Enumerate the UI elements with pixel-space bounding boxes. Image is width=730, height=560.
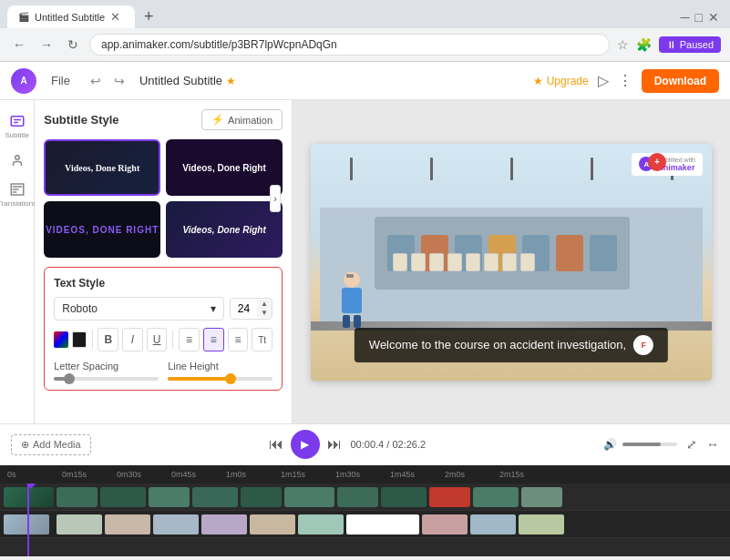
format-row: B I U ≡ ≡ ≡ Tt bbox=[54, 328, 272, 351]
file-menu[interactable]: File bbox=[46, 70, 76, 91]
clip-scene-3[interactable] bbox=[100, 487, 146, 507]
new-tab-button[interactable]: + bbox=[139, 7, 159, 26]
reload-button[interactable]: ↻ bbox=[64, 36, 82, 54]
timeline-playhead[interactable] bbox=[27, 484, 29, 556]
clip-scene-2[interactable] bbox=[57, 487, 98, 507]
line-height-track[interactable] bbox=[168, 377, 272, 381]
thumb-7[interactable] bbox=[298, 514, 344, 535]
animation-button[interactable]: ⚡ Animation bbox=[201, 109, 283, 130]
tab-close-button[interactable]: ✕ bbox=[110, 10, 120, 24]
main-content: Subtitle Translations Subtitle Style bbox=[0, 100, 730, 423]
letter-spacing-thumb[interactable] bbox=[64, 373, 75, 384]
letter-spacing-label: Letter Spacing bbox=[54, 361, 159, 372]
document-title: Untitled Subtitle ★ bbox=[139, 74, 236, 87]
thumb-6[interactable] bbox=[250, 514, 295, 535]
subtitle-clip[interactable] bbox=[346, 514, 419, 535]
browser-controls: ← → ↻ ☆ 🧩 ⏸ Paused bbox=[0, 28, 730, 61]
clip-scene-8[interactable] bbox=[337, 487, 378, 507]
subtitle-label: Subtitle bbox=[5, 131, 29, 139]
clip-scene-4[interactable] bbox=[149, 487, 190, 507]
panel-header: Subtitle Style ⚡ Animation bbox=[44, 109, 283, 130]
thumb-2[interactable] bbox=[57, 514, 102, 535]
more-styles-button[interactable]: › bbox=[270, 185, 281, 212]
thumb-4[interactable] bbox=[153, 514, 199, 535]
align-left-button[interactable]: ≡ bbox=[179, 328, 200, 351]
app-logo: A bbox=[11, 68, 36, 94]
line-height-thumb[interactable] bbox=[225, 373, 236, 384]
undo-button[interactable]: ↩ bbox=[85, 71, 107, 91]
redo-button[interactable]: ↪ bbox=[108, 71, 130, 91]
clip-scene-10[interactable] bbox=[429, 487, 470, 507]
upgrade-button[interactable]: ★ Upgrade bbox=[533, 75, 589, 87]
timeline[interactable]: 0s 0m15s 0m30s 0m45s 1m0s 1m15s 1m30s 1m… bbox=[0, 465, 730, 556]
close-window-button[interactable]: ✕ bbox=[708, 10, 719, 25]
restore-button[interactable]: □ bbox=[695, 10, 703, 25]
thumb-9[interactable] bbox=[470, 514, 516, 535]
line-height-label: Line Height bbox=[168, 361, 272, 372]
bookmark-button[interactable]: ☆ bbox=[617, 37, 629, 52]
thumb-10[interactable] bbox=[519, 514, 564, 535]
char-head bbox=[344, 271, 360, 288]
back-button[interactable]: ← bbox=[9, 36, 29, 54]
skip-back-button[interactable]: ⏮ bbox=[269, 436, 283, 453]
font-selector[interactable]: Roboto ▾ bbox=[54, 297, 223, 321]
fullscreen-button[interactable]: ↔ bbox=[706, 437, 719, 452]
style-card-2[interactable]: Videos, Done Right bbox=[166, 139, 283, 196]
align-center-button[interactable]: ≡ bbox=[203, 328, 224, 351]
minimize-button[interactable]: ─ bbox=[681, 10, 690, 25]
share-button[interactable]: ▷ bbox=[598, 72, 609, 89]
clip-scene-7[interactable] bbox=[284, 487, 334, 507]
clip-scene-6[interactable] bbox=[241, 487, 282, 507]
style-cards-grid: Videos, Done Right Videos, Done Right VI… bbox=[44, 139, 283, 258]
skip-forward-button[interactable]: ⏭ bbox=[327, 436, 342, 453]
extensions-button[interactable]: 🧩 bbox=[636, 37, 652, 52]
clip-scene-9[interactable] bbox=[381, 487, 427, 507]
line-height-group: Line Height bbox=[168, 361, 272, 381]
style-cards-container: Videos, Done Right Videos, Done Right VI… bbox=[44, 139, 283, 258]
expand-button[interactable]: ⤢ bbox=[686, 437, 697, 452]
sidebar-item-translate[interactable]: Translations bbox=[1, 176, 34, 213]
style-card-3[interactable]: VIDEOS, DONE RIGHT bbox=[44, 201, 160, 258]
italic-button[interactable]: I bbox=[122, 328, 143, 351]
align-right-button[interactable]: ≡ bbox=[228, 328, 249, 351]
text-style-section: Text Style Roboto ▾ 24 ▲ ▼ bbox=[44, 267, 283, 391]
style-card-4[interactable]: Videos, Done Right bbox=[166, 201, 283, 258]
color-swatch[interactable] bbox=[72, 331, 87, 348]
thumb-8[interactable] bbox=[422, 514, 468, 535]
paused-button[interactable]: ⏸ Paused bbox=[659, 36, 721, 53]
letter-spacing-track[interactable] bbox=[54, 377, 159, 381]
subtitle-icon bbox=[9, 113, 26, 129]
char-legs bbox=[338, 315, 365, 328]
bold-button[interactable]: B bbox=[98, 328, 118, 351]
clip-scene-5[interactable] bbox=[192, 487, 238, 507]
font-size-down-button[interactable]: ▼ bbox=[257, 309, 272, 318]
clip-scene-12[interactable] bbox=[521, 487, 562, 507]
add-media-button[interactable]: ⊕ Add Media bbox=[11, 434, 91, 455]
sidebar-item-subtitle[interactable]: Subtitle bbox=[1, 107, 34, 145]
text-transform-button[interactable]: Tt bbox=[252, 328, 272, 351]
clip-scene-11[interactable] bbox=[473, 487, 519, 507]
more-options-button[interactable]: ⋮ bbox=[618, 72, 632, 89]
thumb-1[interactable] bbox=[4, 514, 49, 535]
thumb-5[interactable] bbox=[201, 514, 247, 535]
app-shell: A File ↩ ↪ Untitled Subtitle ★ ★ Upgrade… bbox=[0, 62, 730, 556]
volume-slider[interactable] bbox=[622, 443, 677, 446]
font-size-value[interactable]: 24 bbox=[231, 299, 257, 319]
card-1-text: Videos, Done Right bbox=[65, 162, 139, 174]
url-bar[interactable] bbox=[89, 34, 610, 56]
forward-button[interactable]: → bbox=[36, 36, 57, 54]
font-size-up-button[interactable]: ▲ bbox=[257, 300, 272, 309]
color-gradient-picker[interactable] bbox=[54, 331, 68, 348]
translations-label: Translations bbox=[0, 199, 36, 208]
translate-icon bbox=[9, 181, 26, 198]
ruler-30: 0m30s bbox=[117, 470, 171, 479]
download-button[interactable]: Download bbox=[642, 69, 719, 93]
svg-point-3 bbox=[15, 156, 19, 160]
active-tab[interactable]: 🎬 Untitled Subtitle ✕ bbox=[7, 5, 135, 28]
style-card-1[interactable]: Videos, Done Right bbox=[44, 139, 160, 196]
text-style-title: Text Style bbox=[54, 277, 272, 290]
play-button[interactable]: ▶ bbox=[291, 430, 320, 459]
sidebar-item-character[interactable] bbox=[1, 147, 34, 174]
thumb-3[interactable] bbox=[105, 514, 150, 535]
underline-button[interactable]: U bbox=[147, 328, 168, 351]
